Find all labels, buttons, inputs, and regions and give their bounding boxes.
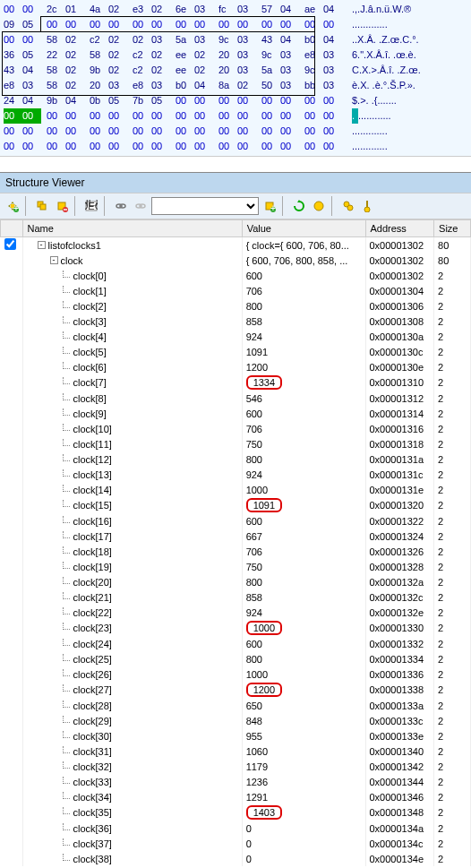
table-row[interactable]: clock[32]11790x000013422 — [1, 759, 471, 774]
table-row[interactable]: -listofclocks1{ clock={ 600, 706, 80...0… — [1, 237, 471, 254]
table-row[interactable]: clock[13]9240x0000131c2 — [1, 467, 471, 482]
table-row[interactable]: clock[38]00x0000134e2 — [1, 851, 471, 866]
table-row[interactable]: clock[7]13340x000013102 — [1, 374, 471, 391]
row-address: 0x0000133e — [365, 728, 434, 743]
hex-row[interactable]: 00000000000000000000000000000000........… — [4, 124, 467, 139]
table-row[interactable]: clock[28]6500x0000133a2 — [1, 698, 471, 713]
row-name: clock[32] — [73, 761, 112, 772]
table-row[interactable]: clock[19]7500x000013282 — [1, 559, 471, 574]
table-row[interactable]: clock[9]6000x000013142 — [1, 406, 471, 421]
row-name: clock[13] — [73, 469, 112, 480]
add-struct-button[interactable]: + — [4, 197, 21, 215]
hex-row[interactable]: e80358022003e803b0048a025003bb03è.X. .è.… — [4, 78, 467, 93]
table-row[interactable]: clock[34]12910x000013462 — [1, 789, 471, 804]
table-row[interactable]: clock[2]8000x000013062 — [1, 298, 471, 314]
hex-toggle-button[interactable]: HEXDEC — [82, 197, 100, 215]
row-value: 600 — [242, 268, 365, 283]
hex-row[interactable]: 00002c014a02e3026e03fc035704ae04.,.J.â.n… — [4, 2, 467, 17]
table-row[interactable]: clock[1]7060x000013042 — [1, 283, 471, 298]
table-row[interactable]: clock[25]8000x000013342 — [1, 651, 471, 666]
row-size: 2 — [434, 651, 471, 666]
col-address[interactable]: Address — [365, 220, 434, 237]
table-row[interactable]: clock[24]6000x000013322 — [1, 636, 471, 651]
row-name: clock[21] — [73, 592, 112, 603]
row-address: 0x00001302 — [365, 268, 434, 283]
hex-row[interactable]: 00000000000000000000000000000000........… — [4, 108, 467, 124]
table-row[interactable]: clock[29]8480x0000133c2 — [1, 713, 471, 728]
table-row[interactable]: clock[22]9240x0000132e2 — [1, 605, 471, 620]
row-name: clock[33] — [73, 777, 112, 787]
table-row[interactable]: clock[16]6000x000013222 — [1, 513, 471, 529]
table-row[interactable]: clock[33]12360x000013442 — [1, 774, 471, 789]
structure-select[interactable] — [151, 197, 259, 215]
tree-toggle[interactable]: - — [50, 256, 58, 264]
highlight-button[interactable] — [310, 197, 328, 215]
row-value: 0 — [242, 821, 365, 836]
table-row[interactable]: clock[0]6000x000013022 — [1, 268, 471, 283]
row-checkbox[interactable] — [4, 238, 16, 250]
row-size: 2 — [434, 268, 471, 283]
table-row[interactable]: clock[31]10600x000013402 — [1, 743, 471, 759]
table-row[interactable]: clock[17]6670x000013242 — [1, 529, 471, 544]
row-size: 2 — [434, 789, 471, 804]
row-size: 2 — [434, 759, 471, 774]
col-value[interactable]: Value — [242, 220, 365, 237]
table-row[interactable]: clock[36]00x0000134a2 — [1, 821, 471, 836]
hex-row[interactable]: 430458029b02c202ee0220035a039c03C.X.>.Â.… — [4, 63, 467, 78]
col-size[interactable]: Size — [434, 220, 471, 237]
hex-row[interactable]: 00005802c20202035a039c034304b004..X.Â. .… — [4, 32, 467, 47]
row-address: 0x0000134e — [365, 851, 434, 866]
row-name: clock[24] — [73, 639, 112, 649]
hex-row[interactable]: 09050000000000000000000000000000........… — [4, 17, 467, 32]
table-row[interactable]: clock[20]8000x0000132a2 — [1, 574, 471, 589]
row-value: 650 — [242, 698, 365, 713]
row-address: 0x00001328 — [365, 559, 434, 574]
table-row[interactable]: clock[14]10000x0000131e2 — [1, 482, 471, 497]
table-row[interactable]: clock[37]00x0000134c2 — [1, 836, 471, 851]
copy-struct-button[interactable] — [33, 197, 51, 215]
add-to-list-button[interactable]: + — [261, 197, 278, 215]
link-button[interactable] — [112, 197, 130, 215]
table-row[interactable]: clock[12]8000x0000131a2 — [1, 451, 471, 467]
hex-viewer[interactable]: 00002c014a02e3026e03fc035704ae04.,.J.â.n… — [0, 0, 471, 156]
table-row[interactable]: clock[11]7500x000013182 — [1, 436, 471, 451]
table-row[interactable]: clock[8]5460x000013122 — [1, 391, 471, 406]
table-row[interactable]: -clock{ 600, 706, 800, 858, ...0x0000130… — [1, 253, 471, 268]
tree-toggle[interactable]: - — [38, 241, 46, 249]
table-row[interactable]: clock[35]14030x000013482 — [1, 804, 471, 821]
row-value: 706 — [242, 283, 365, 298]
row-address: 0x00001310 — [365, 374, 434, 391]
table-row[interactable]: clock[15]10910x000013202 — [1, 497, 471, 513]
row-value: 800 — [242, 574, 365, 589]
col-name[interactable]: Name — [22, 220, 242, 237]
row-size: 2 — [434, 743, 471, 759]
table-row[interactable]: clock[30]9550x0000133e2 — [1, 728, 471, 743]
row-value: 1000 — [242, 666, 365, 682]
remove-struct-button[interactable] — [53, 197, 71, 215]
row-value: 1200 — [242, 359, 365, 374]
table-row[interactable]: clock[6]12000x0000130e2 — [1, 359, 471, 374]
table-row[interactable]: clock[10]7060x000013162 — [1, 421, 471, 436]
hex-row[interactable]: 00000000000000000000000000000000........… — [4, 139, 467, 154]
table-row[interactable]: clock[26]10000x000013362 — [1, 666, 471, 682]
fav-button[interactable] — [339, 197, 357, 215]
hex-row[interactable]: 24049b040b057b050000000000000000$.>. .{.… — [4, 93, 467, 108]
table-row[interactable]: clock[5]10910x0000130c2 — [1, 344, 471, 359]
row-size: 2 — [434, 728, 471, 743]
table-row[interactable]: clock[27]12000x000013382 — [1, 682, 471, 698]
row-value: 1091 — [242, 497, 365, 513]
row-name: clock[28] — [73, 700, 112, 711]
table-row[interactable]: clock[18]7060x000013262 — [1, 544, 471, 559]
unlink-button[interactable] — [132, 197, 150, 215]
table-row[interactable]: clock[3]8580x000013082 — [1, 314, 471, 329]
options-button[interactable] — [359, 197, 377, 215]
row-value: 600 — [242, 636, 365, 651]
structure-grid[interactable]: Name Value Address Size -listofclocks1{ … — [0, 219, 471, 866]
row-size: 2 — [434, 482, 471, 497]
hex-row[interactable]: 360522025802c202ee0220039c03e8036.".X.Â.… — [4, 47, 467, 63]
table-row[interactable]: clock[21]8580x0000132c2 — [1, 589, 471, 605]
col-select[interactable] — [1, 220, 23, 237]
refresh-button[interactable] — [290, 197, 308, 215]
table-row[interactable]: clock[4]9240x0000130a2 — [1, 329, 471, 344]
table-row[interactable]: clock[23]10000x000013302 — [1, 620, 471, 636]
